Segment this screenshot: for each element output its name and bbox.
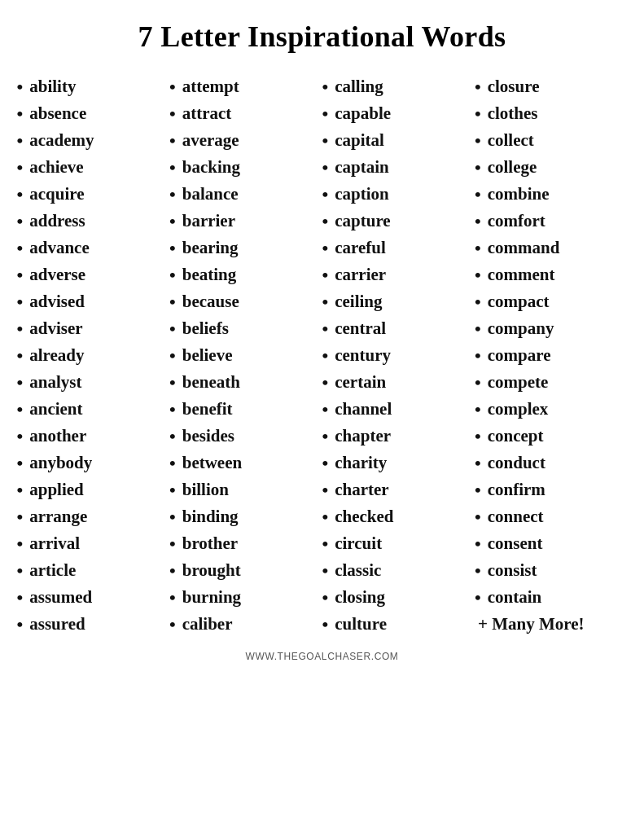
list-item: arrival [17,530,170,557]
list-item: century [322,342,475,369]
list-item: attract [169,100,322,127]
list-item: compact [475,288,628,315]
list-item: academy [17,127,170,154]
list-item: college [475,154,628,181]
page-title: 7 Letter Inspirational Words [138,20,506,54]
list-item: carrier [322,261,475,288]
list-item: brought [169,557,322,584]
list-item: balance [169,181,322,208]
list-item: collect [475,127,628,154]
list-item: calling [322,73,475,100]
list-item: achieve [17,154,170,181]
list-item: complex [475,396,628,423]
list-item: advised [17,288,170,315]
list-item: barrier [169,208,322,235]
list-item: ability [17,73,170,100]
list-item: channel [322,396,475,423]
list-item: ceiling [322,288,475,315]
list-item: capable [322,100,475,127]
list-item: classic [322,557,475,584]
list-item: closure [475,73,628,100]
list-item: because [169,288,322,315]
word-list-1: abilityabsenceacademyachieveacquireaddre… [17,73,170,638]
list-item: beating [169,261,322,288]
list-item: brother [169,530,322,557]
list-item: charter [322,476,475,503]
list-item: binding [169,503,322,530]
list-item: adverse [17,261,170,288]
list-item: bearing [169,235,322,261]
list-item: comfort [475,208,628,235]
footer-url: WWW.THEGOALCHASER.COM [246,651,399,662]
list-item: circuit [322,530,475,557]
list-item: another [17,423,170,450]
list-item: certain [322,369,475,396]
list-item: between [169,450,322,476]
list-item: article [17,557,170,584]
list-item: checked [322,503,475,530]
list-item: captain [322,154,475,181]
list-item: assured [17,611,170,638]
list-item: believe [169,342,322,369]
list-item: ancient [17,396,170,423]
list-item: beneath [169,369,322,396]
word-list-4: closureclothescollectcollegecombinecomfo… [475,73,628,637]
word-columns: abilityabsenceacademyachieveacquireaddre… [17,73,628,638]
list-item: applied [17,476,170,503]
list-item: beliefs [169,315,322,342]
list-item: attempt [169,73,322,100]
list-item: command [475,235,628,261]
list-item: backing [169,154,322,181]
word-list-3: callingcapablecapitalcaptaincaptioncaptu… [322,73,475,638]
list-item: consent [475,530,628,557]
list-item: billion [169,476,322,503]
list-item: capital [322,127,475,154]
list-item: charity [322,450,475,476]
list-item: confirm [475,476,628,503]
list-item: burning [169,584,322,611]
list-item: average [169,127,322,154]
list-item: clothes [475,100,628,127]
list-item: benefit [169,396,322,423]
list-item: caliber [169,611,322,638]
list-item: anybody [17,450,170,476]
list-item: assumed [17,584,170,611]
list-item: besides [169,423,322,450]
list-item: address [17,208,170,235]
list-item: caption [322,181,475,208]
list-item: concept [475,423,628,450]
list-item: analyst [17,369,170,396]
list-item: combine [475,181,628,208]
list-item: connect [475,503,628,530]
list-item: consist [475,557,628,584]
list-item: chapter [322,423,475,450]
list-item: advance [17,235,170,261]
list-item: culture [322,611,475,638]
list-item: adviser [17,315,170,342]
list-item: absence [17,100,170,127]
list-item: compare [475,342,628,369]
list-item: compete [475,369,628,396]
list-item: already [17,342,170,369]
list-item: acquire [17,181,170,208]
word-list-2: attemptattractaveragebackingbalancebarri… [169,73,322,638]
list-item: conduct [475,450,628,476]
list-item: careful [322,235,475,261]
list-item: arrange [17,503,170,530]
more-label: + Many More! [475,611,628,637]
list-item: closing [322,584,475,611]
list-item: comment [475,261,628,288]
list-item: contain [475,584,628,611]
list-item: capture [322,208,475,235]
list-item: company [475,315,628,342]
list-item: central [322,315,475,342]
